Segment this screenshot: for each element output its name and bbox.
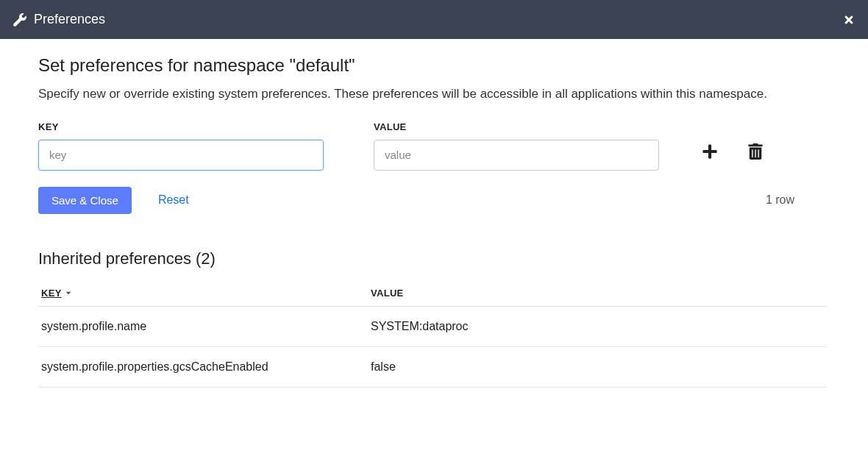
inherited-value-cell: false bbox=[371, 360, 824, 374]
key-label: KEY bbox=[38, 121, 324, 132]
delete-row-icon[interactable] bbox=[747, 143, 764, 160]
inherited-value-header[interactable]: VALUE bbox=[371, 288, 824, 299]
inherited-value-cell: SYSTEM:dataproc bbox=[371, 320, 824, 333]
header-title: Preferences bbox=[34, 12, 105, 27]
inherited-section-title: Inherited preferences (2) bbox=[38, 249, 830, 268]
modal-content: Set preferences for namespace "default" … bbox=[0, 39, 868, 404]
inherited-header-row: KEY VALUE bbox=[38, 280, 827, 307]
inherited-table-row: system.profile.name SYSTEM:dataproc bbox=[38, 307, 827, 347]
inherited-key-header[interactable]: KEY bbox=[41, 288, 371, 299]
row-count-text: 1 row bbox=[766, 193, 830, 207]
preference-form-row: KEY VALUE bbox=[38, 121, 830, 171]
inherited-key-header-label: KEY bbox=[41, 288, 62, 299]
button-row: Save & Close Reset 1 row bbox=[38, 187, 830, 214]
modal-header: Preferences bbox=[0, 0, 868, 39]
inherited-table: KEY VALUE system.profile.name SYSTEM:dat… bbox=[38, 280, 827, 388]
value-input[interactable] bbox=[374, 140, 659, 171]
add-row-icon[interactable] bbox=[702, 143, 718, 160]
wrench-icon bbox=[13, 13, 26, 26]
save-close-button[interactable]: Save & Close bbox=[38, 187, 132, 214]
inherited-key-cell: system.profile.name bbox=[41, 320, 371, 333]
inherited-table-row: system.profile.properties.gcsCacheEnable… bbox=[38, 347, 827, 388]
value-label: VALUE bbox=[374, 121, 659, 132]
page-description: Specify new or override existing system … bbox=[38, 85, 830, 104]
reset-button[interactable]: Reset bbox=[158, 193, 189, 207]
inherited-key-cell: system.profile.properties.gcsCacheEnable… bbox=[41, 360, 371, 374]
close-icon[interactable] bbox=[843, 14, 855, 26]
sort-caret-icon bbox=[65, 289, 72, 296]
page-title: Set preferences for namespace "default" bbox=[38, 55, 830, 76]
header-left: Preferences bbox=[13, 12, 105, 27]
key-input[interactable] bbox=[38, 140, 324, 171]
